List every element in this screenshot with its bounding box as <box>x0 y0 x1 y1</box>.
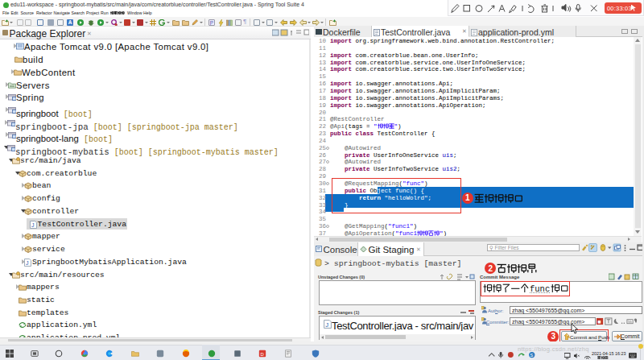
svg-text:J: J <box>31 222 35 228</box>
svg-text:D: D <box>261 351 264 356</box>
svg-text:J: J <box>26 260 29 266</box>
svg-text:S: S <box>530 353 533 358</box>
svg-text:J: J <box>325 321 328 328</box>
svg-text:■: ■ <box>597 318 601 325</box>
